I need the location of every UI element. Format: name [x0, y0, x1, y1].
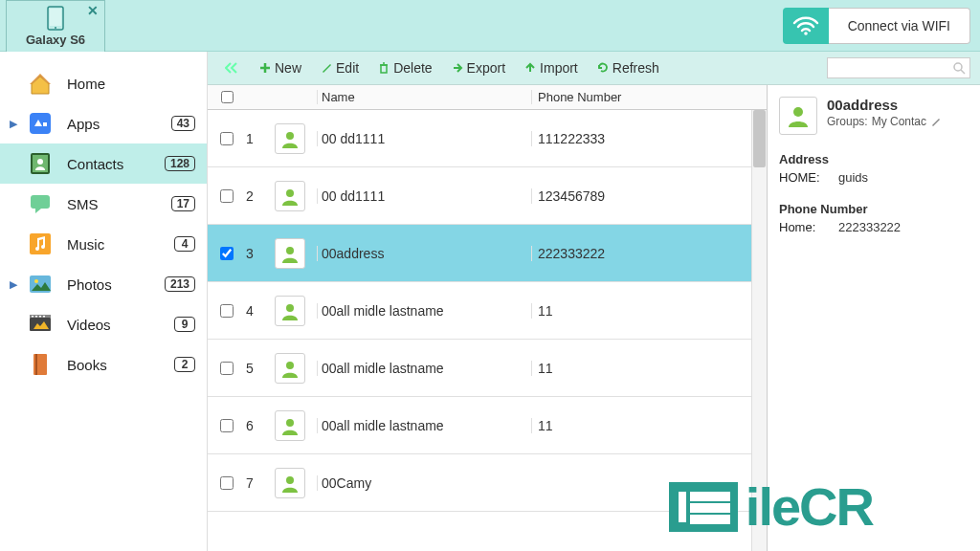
- svg-rect-9: [31, 195, 50, 209]
- sidebar-item-books[interactable]: Books2: [0, 344, 207, 385]
- sidebar-item-apps[interactable]: ▶Apps43: [0, 103, 207, 143]
- svg-point-28: [286, 419, 294, 427]
- search-input[interactable]: [827, 57, 970, 78]
- svg-point-30: [793, 107, 803, 117]
- table-row[interactable]: 700Camy: [208, 454, 767, 512]
- sidebar-item-label: Books: [67, 357, 174, 373]
- row-phone: 222333222: [531, 246, 751, 261]
- expand-icon[interactable]: ▶: [10, 118, 17, 130]
- wifi-icon: [783, 8, 829, 44]
- svg-point-27: [286, 362, 294, 369]
- sidebar: Home▶Apps43Contacts128SMS17Music4▶Photos…: [0, 52, 207, 551]
- row-checkbox[interactable]: [220, 189, 234, 203]
- delete-label: Delete: [393, 60, 432, 76]
- sidebar-item-music[interactable]: Music4: [0, 224, 207, 264]
- row-checkbox[interactable]: [220, 132, 234, 145]
- row-checkbox[interactable]: [220, 304, 234, 318]
- row-name: 00Camy: [317, 475, 531, 491]
- row-name: 00all midle lastname: [317, 361, 531, 376]
- row-avatar: [275, 410, 305, 441]
- sidebar-item-contacts[interactable]: Contacts128: [0, 143, 207, 184]
- svg-point-26: [286, 304, 294, 312]
- edit-button[interactable]: Edit: [313, 58, 367, 77]
- list-header: Name Phone Number: [208, 85, 767, 110]
- svg-rect-21: [381, 65, 387, 73]
- edit-label: Edit: [336, 60, 359, 76]
- table-row[interactable]: 500all midle lastname11: [208, 340, 767, 397]
- detail-phone-label: Phone Number: [779, 202, 969, 216]
- row-phone: 11: [531, 361, 751, 376]
- photos-icon: [27, 271, 54, 298]
- row-name: 00address: [317, 246, 531, 261]
- row-index: 6: [246, 418, 275, 433]
- column-phone[interactable]: Phone Number: [531, 90, 751, 104]
- detail-groups-value: My Contac: [872, 115, 926, 128]
- svg-rect-16: [35, 316, 37, 318]
- row-avatar: [275, 238, 305, 269]
- table-row[interactable]: 400all midle lastname11: [208, 282, 767, 340]
- sidebar-item-label: Videos: [67, 317, 174, 333]
- new-button[interactable]: New: [252, 58, 309, 77]
- table-row[interactable]: 600all midle lastname11: [208, 397, 767, 454]
- sidebar-item-count: 17: [171, 196, 195, 211]
- row-phone: 123456789: [531, 188, 751, 204]
- export-button[interactable]: Export: [444, 58, 513, 77]
- detail-avatar: [779, 97, 817, 135]
- row-checkbox[interactable]: [220, 419, 234, 432]
- row-avatar: [275, 468, 305, 498]
- refresh-button[interactable]: Refresh: [590, 58, 667, 77]
- row-avatar: [275, 296, 305, 326]
- scrollbar[interactable]: [751, 110, 767, 551]
- edit-groups-icon[interactable]: [930, 116, 942, 127]
- row-index: 4: [246, 303, 275, 319]
- sidebar-item-label: Photos: [67, 276, 165, 293]
- svg-point-8: [37, 159, 43, 165]
- import-button[interactable]: Import: [517, 58, 586, 77]
- export-icon: [452, 62, 463, 74]
- row-index: 3: [246, 246, 275, 261]
- sidebar-item-photos[interactable]: ▶Photos213: [0, 264, 207, 304]
- sidebar-item-sms[interactable]: SMS17: [0, 184, 207, 224]
- books-icon: [27, 351, 54, 378]
- expand-icon[interactable]: ▶: [10, 278, 17, 291]
- delete-button[interactable]: Delete: [370, 58, 439, 77]
- svg-rect-15: [32, 316, 33, 318]
- svg-rect-5: [43, 122, 47, 126]
- svg-point-24: [286, 189, 294, 197]
- sidebar-item-count: 43: [171, 116, 195, 131]
- row-checkbox[interactable]: [220, 247, 234, 260]
- apps-icon: [27, 110, 54, 137]
- close-tab-icon[interactable]: ✕: [87, 3, 99, 18]
- table-row[interactable]: 300address222333222: [208, 225, 767, 282]
- scroll-thumb[interactable]: [753, 110, 766, 167]
- row-index: 7: [246, 475, 275, 491]
- trash-icon: [378, 62, 390, 74]
- svg-point-22: [954, 63, 962, 71]
- detail-address-label: Address: [779, 152, 969, 166]
- svg-point-12: [34, 279, 38, 283]
- detail-phone-type: Home:: [779, 220, 829, 234]
- sidebar-item-label: Contacts: [67, 156, 165, 172]
- sidebar-item-label: Home: [67, 76, 195, 92]
- toolbar-collapse[interactable]: [217, 60, 248, 76]
- contact-list: Name Phone Number 100 dd1111111222333200…: [208, 85, 768, 551]
- table-row[interactable]: 200 dd1111123456789: [208, 167, 767, 225]
- row-name: 00all midle lastname: [317, 303, 531, 319]
- sidebar-item-videos[interactable]: Videos9: [0, 304, 207, 344]
- import-icon: [524, 62, 536, 74]
- device-name: Galaxy S6: [26, 33, 85, 47]
- phone-icon: [47, 6, 64, 31]
- select-all-checkbox[interactable]: [221, 91, 234, 103]
- import-label: Import: [540, 60, 578, 76]
- device-tab[interactable]: ✕ Galaxy S6: [6, 0, 105, 52]
- row-checkbox[interactable]: [220, 476, 234, 490]
- table-row[interactable]: 100 dd1111111222333: [208, 110, 767, 167]
- wifi-connect-button[interactable]: Connect via WIFI: [829, 8, 970, 44]
- column-name[interactable]: Name: [317, 90, 531, 104]
- sms-icon: [27, 190, 54, 217]
- detail-panel: 00address Groups: My Contac Address HOME…: [768, 85, 980, 551]
- svg-rect-10: [30, 233, 51, 254]
- row-checkbox[interactable]: [220, 362, 234, 375]
- sidebar-item-home[interactable]: Home: [0, 63, 207, 103]
- detail-groups-label: Groups:: [827, 115, 868, 128]
